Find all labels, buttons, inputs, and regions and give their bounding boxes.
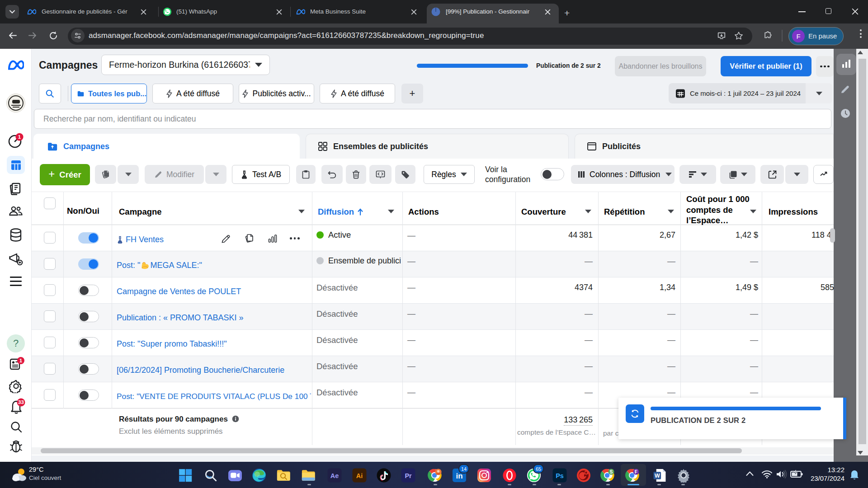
svg-text:33: 33 [18, 399, 24, 405]
svg-text:Pr: Pr [405, 472, 412, 479]
svg-text:1: 1 [19, 358, 23, 363]
svg-text:F: F [635, 469, 637, 474]
svg-text:W: W [655, 473, 660, 479]
svg-text:Ai: Ai [356, 472, 363, 479]
svg-text:S: S [610, 469, 613, 474]
svg-text:1: 1 [18, 134, 21, 140]
svg-text:Ps: Ps [556, 472, 564, 479]
svg-text:Ae: Ae [330, 472, 339, 479]
